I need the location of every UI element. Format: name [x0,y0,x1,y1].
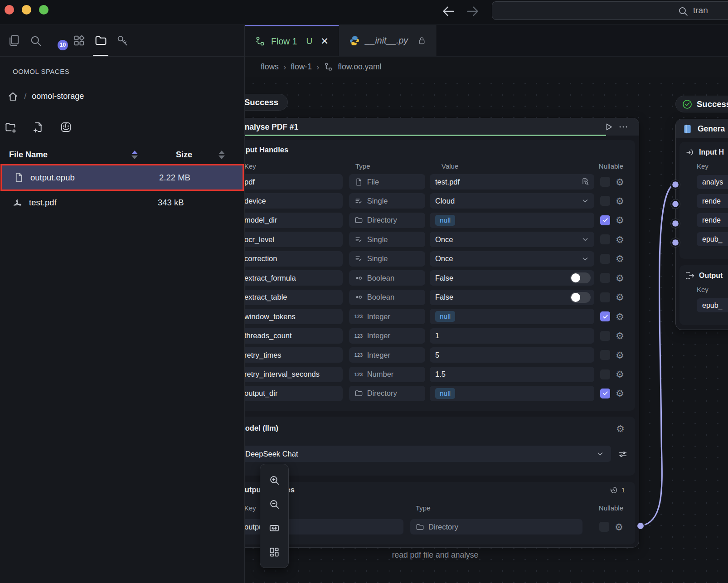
maximize-window-button[interactable] [39,5,49,15]
key-field[interactable]: epub_ [697,232,728,246]
type-field[interactable]: File [349,174,425,189]
nullable-checkbox[interactable] [600,273,610,283]
nullable-checkbox[interactable] [600,369,610,379]
node-analyse-pdf[interactable]: Analyse PDF #1 Input Handles Key Type Va… [245,118,639,548]
row-settings-gear-icon[interactable]: ⚙ [615,273,625,283]
nullable-checkbox[interactable] [600,331,610,341]
zoom-out-icon[interactable] [268,498,280,510]
row-settings-gear-icon[interactable]: ⚙ [615,215,625,225]
key-field[interactable]: rende [697,213,728,227]
nullable-checkbox[interactable] [600,311,610,321]
breadcrumb-flows[interactable]: flows [261,62,279,72]
value-field[interactable]: null [430,309,594,324]
type-field[interactable]: Directory [349,213,425,228]
key-field[interactable]: output_dir [245,386,343,401]
tab-init-py[interactable]: __init__.py [339,25,437,56]
nullable-checkbox[interactable] [600,215,610,225]
boolean-toggle[interactable] [570,292,591,303]
node-menu-icon[interactable] [618,121,629,132]
type-field[interactable]: Single [349,232,425,247]
key-field[interactable]: rende [697,194,728,208]
type-field[interactable]: Boolean [349,290,425,305]
sort-file-name[interactable] [131,151,138,159]
key-field[interactable]: threads_count [245,328,343,344]
minimize-window-button[interactable] [22,5,31,15]
value-field[interactable]: False [430,290,594,305]
type-field[interactable]: Directory [410,519,582,534]
nullable-checkbox[interactable] [600,254,610,264]
model-settings-gear-icon[interactable]: ⚙ [616,424,625,433]
file-row[interactable]: test.pdf 343 kB [0,190,244,215]
new-file-icon[interactable] [32,121,44,133]
type-field[interactable]: Boolean [349,270,425,286]
breadcrumb-flow-yaml[interactable]: flow.oo.yaml [338,62,381,72]
key-field[interactable]: model_dir [245,213,343,228]
row-settings-gear-icon[interactable]: ⚙ [615,350,625,360]
row-settings-gear-icon[interactable]: ⚙ [615,177,625,187]
value-field[interactable]: null [430,386,594,401]
nullable-checkbox[interactable] [600,234,610,244]
row-settings-gear-icon[interactable]: ⚙ [615,235,625,244]
key-field[interactable]: retry_interval_seconds [245,367,343,382]
key-field[interactable]: pdf [245,174,343,189]
fit-view-icon[interactable] [268,522,280,534]
close-tab-icon[interactable]: ✕ [320,36,329,47]
activity-item-files[interactable] [3,25,24,57]
forward-icon[interactable] [465,4,480,19]
key-field[interactable]: correction [245,251,343,267]
value-field[interactable]: False [430,270,594,286]
new-folder-icon[interactable] [5,121,17,133]
value-field[interactable]: test.pdf [430,174,594,189]
value-field[interactable]: Cloud [430,193,594,209]
row-settings-gear-icon[interactable]: ⚙ [615,254,625,263]
key-field[interactable]: extract_table [245,290,343,305]
close-window-button[interactable] [5,5,14,15]
key-field[interactable]: window_tokens [245,309,343,324]
nullable-checkbox[interactable] [600,196,610,206]
type-field[interactable]: Directory [349,386,425,401]
nullable-checkbox[interactable] [600,350,610,360]
value-field[interactable]: 1.5 [430,367,594,382]
nullable-checkbox[interactable] [600,292,610,302]
activity-item-key[interactable] [112,25,133,57]
key-field[interactable]: extract_formula [245,270,343,286]
key-field[interactable]: ocr_level [245,232,343,247]
value-field[interactable]: null [430,213,594,228]
command-center-search[interactable]: tran [492,1,728,20]
back-icon[interactable] [441,4,456,19]
model-select[interactable]: DeepSeek Chat [245,446,611,462]
column-size[interactable]: Size [176,150,218,160]
key-field[interactable]: retry_times [245,347,343,363]
value-field[interactable]: Once [430,251,594,267]
row-settings-gear-icon[interactable]: ⚙ [615,292,625,302]
nullable-checkbox[interactable] [599,522,609,532]
node-generate-epub[interactable]: Genera Input H Key analysrenderendeepub_… [675,119,728,330]
column-file-name[interactable]: File Name [9,150,131,160]
type-field[interactable]: Single [349,251,425,267]
zoom-in-icon[interactable] [268,474,280,486]
key-field[interactable]: device [245,193,343,209]
flow-canvas[interactable]: Success Analyse PDF #1 Input Handles Key… [245,77,728,583]
finder-icon[interactable] [60,121,72,133]
row-settings-gear-icon[interactable]: ⚙ [615,331,625,340]
value-field[interactable]: 1 [430,328,594,344]
run-node-icon[interactable] [603,121,614,132]
row-settings-gear-icon[interactable]: ⚙ [615,196,625,206]
activity-item-folder[interactable] [90,25,112,57]
value-field[interactable]: Once [430,232,594,247]
auto-layout-icon[interactable] [268,546,280,558]
file-row[interactable]: output.epub 2.22 MB [1,165,243,190]
sort-size[interactable] [218,151,225,159]
type-field[interactable]: 123Integer [349,328,425,344]
key-field[interactable]: analys [697,175,728,189]
type-field[interactable]: 123Number [349,367,425,382]
type-field[interactable]: 123Integer [349,347,425,363]
run-history[interactable]: 1 [609,486,625,495]
activity-item-flow-graph[interactable]: 10 [46,25,68,57]
row-settings-gear-icon[interactable]: ⚙ [615,369,625,379]
model-tune-icon[interactable] [618,449,628,459]
activity-item-search[interactable] [24,25,46,57]
home-icon[interactable] [7,91,19,102]
type-field[interactable]: 123Integer [349,309,425,324]
activity-item-extensions[interactable] [68,25,90,57]
